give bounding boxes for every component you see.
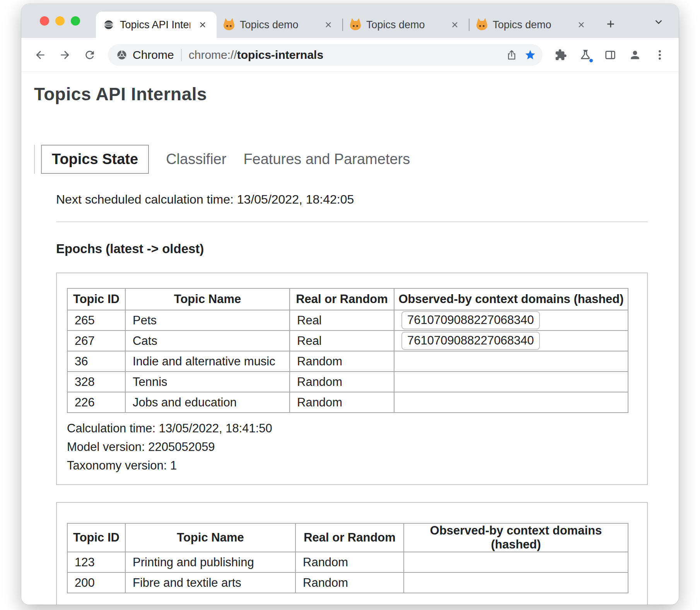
table-row: 123 Printing and publishing Random xyxy=(67,552,628,572)
bookmark-star-icon[interactable] xyxy=(521,46,540,64)
column-header-real-or-random: Real or Random xyxy=(290,288,394,310)
reload-button[interactable] xyxy=(79,45,100,65)
omnibox-separator xyxy=(181,49,182,61)
tab-topics-demo-2[interactable]: Topics demo xyxy=(343,12,469,38)
column-header-topic-name: Topic Name xyxy=(125,288,290,310)
model-version: Model version: 2205052059 xyxy=(67,438,637,456)
epoch-metadata: Calculation time: 13/05/2022, 18:41:50 M… xyxy=(67,419,637,475)
table-row: 200 Fibre and textile arts Random xyxy=(67,572,628,593)
tab-title: Topics demo xyxy=(240,19,316,31)
page-tabs: Topics State Classifier Features and Par… xyxy=(34,145,410,174)
close-icon[interactable] xyxy=(196,18,210,32)
close-window-button[interactable] xyxy=(40,16,49,26)
observed-domains-cell xyxy=(394,392,628,413)
notification-badge xyxy=(589,58,594,63)
real-or-random-cell: Real xyxy=(290,310,394,331)
observed-domains-cell xyxy=(394,372,628,392)
observed-domains-cell xyxy=(404,572,628,593)
topic-id-cell: 200 xyxy=(67,572,125,593)
new-tab-button[interactable] xyxy=(601,15,620,33)
column-header-topic-name: Topic Name xyxy=(125,523,295,552)
url-host: topics-internals xyxy=(237,48,323,61)
next-calculation-time: Next scheduled calculation time: 13/05/2… xyxy=(56,192,679,207)
side-panel-icon[interactable] xyxy=(600,45,621,65)
tab-features-parameters[interactable]: Features and Parameters xyxy=(243,145,410,174)
tab-strip: Topics API Intern Topics demo Topics dem… xyxy=(21,4,679,38)
real-or-random-cell: Random xyxy=(290,392,394,413)
real-or-random-cell: Random xyxy=(295,552,404,572)
topic-id-cell: 36 xyxy=(67,351,125,372)
topic-id-cell: 226 xyxy=(67,392,125,413)
tab-title: Topics demo xyxy=(366,19,442,31)
table-row: 328 Tennis Random xyxy=(67,372,628,392)
profile-avatar-icon[interactable] xyxy=(625,45,645,65)
url-text[interactable]: chrome://topics-internals xyxy=(189,48,323,62)
tab-topics-demo-3[interactable]: Topics demo xyxy=(470,12,595,38)
column-header-real-or-random: Real or Random xyxy=(295,523,404,552)
tab-title: Topics demo xyxy=(493,19,569,31)
divider xyxy=(56,221,648,222)
epoch-table-2: Topic ID Topic Name Real or Random Obser… xyxy=(67,523,628,593)
observed-domains-cell: 7610709088227068340 xyxy=(394,331,628,351)
epochs-heading: Epochs (latest -> oldest) xyxy=(56,242,679,256)
topic-id-cell: 267 xyxy=(67,331,125,351)
topic-name-cell: Indie and alternative music xyxy=(125,351,290,372)
tab-topics-internals[interactable]: Topics API Intern xyxy=(96,12,217,38)
close-icon[interactable] xyxy=(574,18,588,32)
cat-icon xyxy=(476,21,487,30)
window-controls xyxy=(40,16,80,26)
cat-icon xyxy=(350,21,361,30)
column-header-topic-id: Topic ID xyxy=(67,288,125,310)
epoch-container-1: Topic ID Topic Name Real or Random Obser… xyxy=(56,272,648,485)
menu-dots-icon[interactable] xyxy=(649,45,670,65)
share-button[interactable] xyxy=(502,46,521,64)
epoch-container-2: Topic ID Topic Name Real or Random Obser… xyxy=(56,502,648,605)
zoom-window-button[interactable] xyxy=(71,16,80,26)
tabs-container: Topics API Intern Topics demo Topics dem… xyxy=(96,4,620,38)
table-row: 267 Cats Real 7610709088227068340 xyxy=(67,331,628,351)
close-icon[interactable] xyxy=(321,18,335,32)
table-row: 265 Pets Real 7610709088227068340 xyxy=(67,310,628,331)
observed-domains-cell xyxy=(394,351,628,372)
back-button[interactable] xyxy=(30,45,51,65)
tab-title: Topics API Intern xyxy=(120,19,190,31)
table-header-row: Topic ID Topic Name Real or Random Obser… xyxy=(67,523,628,552)
tab-classifier[interactable]: Classifier xyxy=(166,145,226,174)
chrome-logo-icon xyxy=(116,49,128,61)
address-bar[interactable]: Chrome chrome://topics-internals xyxy=(108,44,543,66)
calculation-time: Calculation time: 13/05/2022, 18:41:50 xyxy=(67,419,637,438)
observed-domain-chip: 7610709088227068340 xyxy=(401,311,540,330)
tab-topics-demo-1[interactable]: Topics demo xyxy=(217,12,342,38)
browser-window: Topics API Intern Topics demo Topics dem… xyxy=(21,4,679,605)
column-header-observed-domains: Observed-by context domains (hashed) xyxy=(404,523,628,552)
tab-search-chevron-icon[interactable] xyxy=(650,13,667,30)
topic-id-cell: 123 xyxy=(67,552,125,572)
topic-name-cell: Printing and publishing xyxy=(125,552,295,572)
real-or-random-cell: Random xyxy=(290,372,394,392)
topic-name-cell: Pets xyxy=(125,310,290,331)
topic-name-cell: Cats xyxy=(125,331,290,351)
real-or-random-cell: Real xyxy=(290,331,394,351)
flask-icon[interactable] xyxy=(575,45,596,65)
forward-button[interactable] xyxy=(55,45,75,65)
observed-domains-cell: 7610709088227068340 xyxy=(394,310,628,331)
real-or-random-cell: Random xyxy=(295,572,404,593)
globe-icon xyxy=(103,19,114,31)
real-or-random-cell: Random xyxy=(290,351,394,372)
table-row: 36 Indie and alternative music Random xyxy=(67,351,628,372)
observed-domains-cell xyxy=(404,552,628,572)
table-header-row: Topic ID Topic Name Real or Random Obser… xyxy=(67,288,628,310)
tab-topics-state[interactable]: Topics State xyxy=(41,145,149,174)
topic-name-cell: Tennis xyxy=(125,372,290,392)
close-icon[interactable] xyxy=(448,18,462,32)
search-engine-label: Chrome xyxy=(133,48,174,62)
column-header-topic-id: Topic ID xyxy=(67,523,125,552)
minimize-window-button[interactable] xyxy=(55,16,65,26)
column-header-observed-domains: Observed-by context domains (hashed) xyxy=(394,288,628,310)
extensions-puzzle-icon[interactable] xyxy=(550,45,571,65)
topic-name-cell: Fibre and textile arts xyxy=(125,572,295,593)
table-row: 226 Jobs and education Random xyxy=(67,392,628,413)
observed-domain-chip: 7610709088227068340 xyxy=(401,332,540,350)
page-content: Topics API Internals Topics State Classi… xyxy=(21,84,679,605)
browser-toolbar: Chrome chrome://topics-internals xyxy=(21,38,679,72)
